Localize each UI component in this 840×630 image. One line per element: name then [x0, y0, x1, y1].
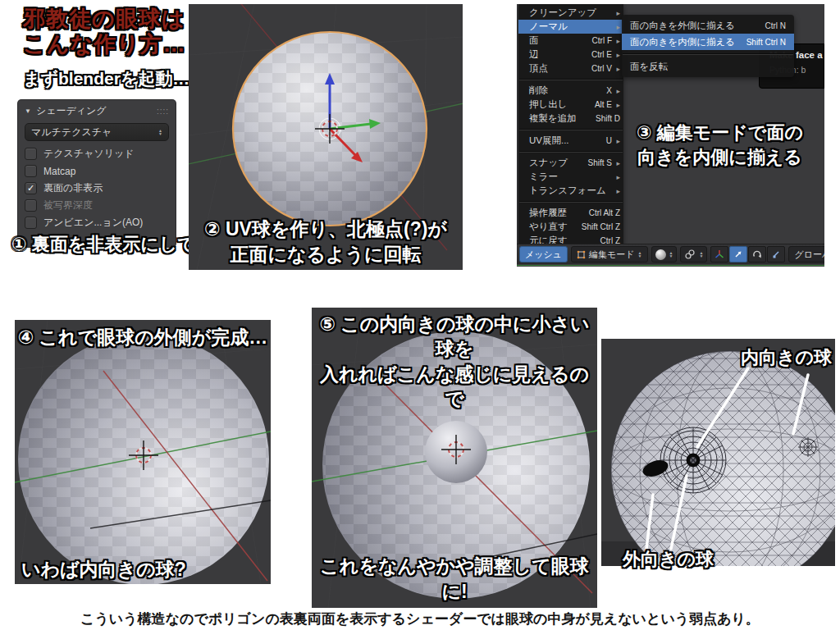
y-axis-line	[517, 265, 824, 266]
viewport-header-bar: メッシュ 編集モード	[517, 244, 824, 264]
menu-separator	[519, 79, 623, 80]
updown-arrow-icon	[699, 251, 703, 258]
menu-item-edges[interactable]: 辺Ctrl E	[518, 48, 623, 62]
normals-submenu: 面の向きを外側に揃えるCtrl N 面の向きを内側に揃えるShift Ctrl …	[622, 15, 794, 77]
submenu-arrow-icon	[614, 101, 620, 109]
menu-item-faces[interactable]: 面Ctrl F	[518, 34, 623, 48]
intro-caption: まずblenderを起動…	[23, 67, 189, 90]
menu-item-normals[interactable]: ノーマル	[518, 20, 623, 34]
rotate-arc-icon	[752, 249, 762, 259]
step4-bottom-caption: いわば内向きの球?	[21, 557, 186, 582]
inner-sphere-wireframe[interactable]	[660, 427, 726, 493]
submenu-item-recalc-inside[interactable]: 面の向きを内側に揃えるShift Ctrl N	[622, 34, 794, 50]
manipulator-translate-button[interactable]	[729, 246, 747, 262]
menu-item-undo-history[interactable]: 操作履歴Ctrl Alt Z	[518, 206, 623, 220]
updown-arrow-icon	[638, 251, 642, 258]
viewport-wireframe: 内向きの球 外向きの球	[601, 339, 835, 566]
mesh-menu-button[interactable]: メッシュ	[519, 246, 568, 262]
option-ambient-occlusion[interactable]: アンビエン...ョン(AO)	[18, 214, 176, 231]
menu-item-extrude[interactable]: 押し出しAlt E	[518, 98, 623, 112]
shading-panel-title: シェーディング	[36, 104, 107, 118]
submenu-arrow-icon	[614, 9, 620, 17]
option-backface-culling[interactable]: 裏面の非表示	[18, 180, 176, 197]
pivot-dropdown[interactable]	[680, 246, 707, 262]
step3-caption: ③ 編集モードで面の 向きを内側に揃える	[615, 121, 824, 169]
menu-item-cleanup[interactable]: クリーンアップ	[518, 6, 623, 20]
submenu-arrow-icon	[614, 51, 620, 59]
manipulator-scale-button[interactable]	[767, 246, 785, 262]
wireframe-scene	[601, 339, 835, 566]
viewport-step4: ④ これで眼球の外側が完成… いわば内向きの球?	[15, 320, 271, 584]
translate-arrow-icon	[733, 249, 743, 259]
viewport-shading-icon	[655, 249, 666, 260]
updown-arrow-icon	[669, 251, 673, 258]
menu-separator	[519, 151, 623, 153]
viewport-step2: ② UV球を作り、北極点(?)が 正面になるように回転	[189, 4, 463, 270]
viewport-strip	[517, 264, 824, 267]
inward-sphere-scene	[15, 320, 271, 584]
specials-menu: クリーンアップ ノーマル 面Ctrl F 辺Ctrl E 頂点Ctrl V 削除…	[518, 4, 623, 251]
pivot-center-icon	[684, 249, 696, 260]
manipulator-rotate-button[interactable]	[748, 246, 766, 262]
menu-separator	[623, 53, 793, 55]
submenu-item-flip-normals[interactable]: 面を反転	[622, 58, 794, 75]
submenu-arrow-icon	[614, 173, 620, 181]
collapse-triangle-icon	[25, 107, 31, 115]
menu-item-mirror[interactable]: ミラー	[518, 170, 623, 184]
checkbox-icon[interactable]	[25, 217, 37, 229]
checkbox-checked-icon[interactable]	[25, 182, 37, 194]
orientation-dropdown[interactable]: グローバル	[788, 246, 824, 262]
shading-panel-header[interactable]: シェーディング	[18, 100, 176, 121]
menu-item-uv-unwrap[interactable]: UV展開...U	[518, 134, 623, 148]
page-title: 邪教徒の眼球は こんな作り方…	[23, 7, 186, 57]
step5-caption: ⑤ この内向きの球の中に小さい球を 入れればこんな感じに見えるので	[312, 312, 597, 411]
axis-icon	[714, 249, 724, 259]
tutorial-page: { "header": { "title_line1": "邪教徒の眼球は", …	[0, 0, 840, 630]
submenu-arrow-icon	[614, 65, 620, 73]
option-matcap[interactable]: Matcap	[18, 162, 176, 180]
manipulator-axis-button[interactable]	[710, 246, 728, 262]
viewport-step5: ⑤ この内向きの球の中に小さい球を 入れればこんな感じに見えるので これをなんや…	[312, 308, 597, 608]
menu-item-transform[interactable]: トランスフォーム	[518, 184, 623, 198]
mode-dropdown[interactable]: 編集モード	[571, 246, 647, 262]
checkbox-icon[interactable]	[25, 148, 37, 160]
submenu-arrow-icon	[614, 37, 620, 45]
display-mode-dropdown[interactable]: マルチテクスチャ	[25, 123, 169, 141]
submenu-item-recalc-outside[interactable]: 面の向きを外側に揃えるCtrl N	[622, 17, 794, 34]
menu-item-duplicate[interactable]: 複製を追加Shift D	[518, 112, 623, 126]
step2-caption: ② UV球を作り、北極点(?)が 正面になるように回転	[189, 217, 463, 267]
menu-item-snap[interactable]: スナップShift S	[518, 156, 623, 170]
option-depth-of-field[interactable]: 被写界深度	[18, 197, 176, 214]
checkbox-icon[interactable]	[25, 165, 37, 177]
menu-separator	[519, 201, 623, 203]
scale-arrow-icon	[771, 249, 781, 259]
shading-panel: シェーディング マルチテクスチャ テクスチャソリッド Matcap 裏面の非表示…	[18, 100, 176, 247]
footer-note: こういう構造なのでポリゴンの表裏両面を表示するシェーダーでは眼球の中身が見えない…	[0, 609, 840, 628]
submenu-arrow-icon	[614, 187, 620, 195]
submenu-arrow-icon	[614, 87, 620, 95]
step4-caption: ④ これで眼球の外側が完成…	[15, 325, 271, 349]
label-outward-sphere: 外向きの球	[623, 547, 714, 572]
step1-caption: ① 裏面を非表示にして	[11, 232, 196, 257]
updown-arrow-icon	[158, 129, 162, 135]
menu-item-vertices[interactable]: 頂点Ctrl V	[518, 62, 623, 75]
display-mode-value: マルチテクスチャ	[31, 126, 112, 139]
menu-separator	[519, 129, 623, 130]
step5-bottom-caption: これをなんやかや調整して眼球に!	[312, 554, 597, 604]
edit-mode-icon	[577, 250, 586, 259]
label-inward-sphere: 内向きの球	[741, 345, 832, 370]
manipulator-toggle-group	[710, 246, 785, 262]
menu-item-redo[interactable]: やり直すShift Ctrl Z	[518, 220, 623, 234]
checkbox-icon[interactable]	[25, 199, 37, 212]
viewport-step3: Make face a Python: b クリーンアップ ノーマル 面Ctrl…	[517, 4, 824, 267]
submenu-arrow-icon	[614, 23, 620, 31]
menu-item-delete[interactable]: 削除X	[518, 84, 623, 98]
viewport-shading-dropdown[interactable]	[651, 246, 678, 262]
panel-grip-icon[interactable]	[157, 107, 169, 116]
option-texture-solid[interactable]: テクスチャソリッド	[18, 145, 176, 162]
